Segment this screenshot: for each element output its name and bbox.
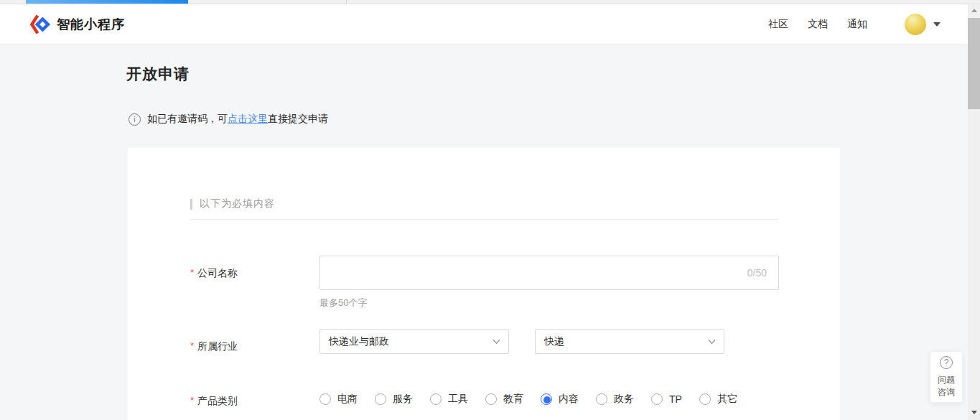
section-divider: [190, 219, 778, 220]
scrollbar-up-icon: [971, 9, 977, 12]
industry-secondary-value: 快递: [544, 335, 564, 347]
radio-option-tools[interactable]: 工具: [430, 393, 468, 406]
company-name-label: *公司名称: [190, 267, 238, 280]
scrollbar-up-button[interactable]: [968, 4, 980, 17]
question-icon: ?: [940, 356, 953, 369]
nav-item-docs[interactable]: 文档: [808, 18, 828, 31]
notice-prefix: 如已有邀请码，可: [147, 113, 228, 126]
category-label: *产品类别: [190, 395, 238, 408]
company-name-input[interactable]: [320, 256, 778, 289]
help-label-line1: 问题: [938, 375, 955, 385]
required-mark: *: [190, 395, 194, 406]
notice-suffix: 直接提交申请: [268, 113, 328, 126]
radio-option-ecommerce[interactable]: 电商: [319, 393, 358, 406]
help-consult-label: 问题 咨询: [938, 374, 955, 398]
radio-option-other[interactable]: 其它: [699, 393, 737, 406]
radio-label: 其它: [717, 393, 737, 406]
chevron-down-icon: [493, 339, 500, 345]
required-mark: *: [190, 267, 194, 278]
nav-item-community[interactable]: 社区: [768, 18, 788, 31]
company-name-input-wrap: 0/50: [319, 256, 779, 290]
vertical-scrollbar: [968, 4, 980, 420]
radio-option-content-selected[interactable]: 内容: [541, 393, 579, 406]
industry-primary-value: 快递业与邮政: [329, 335, 389, 347]
radio-option-government[interactable]: 政务: [596, 393, 634, 406]
radio-icon: [375, 393, 386, 405]
caret-down-icon[interactable]: [933, 22, 941, 27]
industry-label: *所属行业: [190, 340, 238, 353]
section-title: 以下为必填内容: [200, 197, 275, 210]
nav-item-notifications[interactable]: 通知: [847, 18, 867, 31]
radio-label: 电商: [337, 393, 358, 406]
industry-secondary-select[interactable]: 快递: [535, 329, 724, 354]
section-marker-bar: [190, 199, 192, 210]
brand-name: 智能小程序: [57, 16, 125, 33]
category-radio-group: 电商 服务 工具 教育 内容 政务 TP 其它: [319, 393, 755, 406]
help-consult-button[interactable]: ? 问题 咨询: [930, 351, 963, 403]
company-name-label-text: 公司名称: [197, 267, 238, 279]
app-header: 智能小程序 社区 文档 通知: [0, 4, 980, 45]
company-name-hint: 最多50个字: [319, 297, 367, 309]
category-label-text: 产品类别: [197, 395, 238, 406]
chevron-down-icon: [708, 339, 716, 345]
scrollbar-thumb[interactable]: [968, 18, 980, 109]
industry-primary-select[interactable]: 快递业与邮政: [319, 329, 509, 354]
brand-logo-icon: [29, 14, 50, 35]
browser-tab-divider: [346, 0, 347, 4]
radio-option-tp[interactable]: TP: [651, 393, 682, 405]
radio-icon: [699, 393, 711, 405]
info-icon: i: [129, 113, 141, 126]
section-header: 以下为必填内容: [190, 197, 275, 210]
radio-label: 政务: [614, 393, 634, 406]
scrollbar-down-button[interactable]: [968, 406, 980, 419]
header-nav: 社区 文档 通知: [768, 18, 867, 31]
page-loading-progress-bar: [26, 0, 188, 4]
notice-link[interactable]: 点击这里: [228, 113, 268, 126]
radio-icon: [319, 393, 331, 405]
radio-label: 内容: [559, 393, 579, 406]
radio-option-service[interactable]: 服务: [375, 393, 413, 406]
radio-label: 教育: [503, 393, 523, 406]
radio-icon: [651, 393, 663, 405]
scrollbar-down-icon: [971, 411, 977, 414]
avatar[interactable]: [905, 14, 926, 35]
radio-icon: [485, 393, 497, 405]
help-label-line2: 咨询: [938, 387, 955, 397]
radio-option-education[interactable]: 教育: [485, 393, 523, 406]
radio-label: TP: [669, 393, 682, 405]
radio-icon: [430, 393, 442, 405]
application-form-card: 以下为必填内容 *公司名称 0/50 最多50个字 *所属行业 快递业与邮政 快…: [128, 148, 840, 420]
radio-icon: [596, 393, 607, 405]
page-title: 开放申请: [126, 64, 190, 84]
radio-label: 服务: [393, 393, 413, 406]
char-counter: 0/50: [747, 267, 767, 279]
required-mark: *: [190, 340, 194, 351]
radio-icon-checked: [541, 393, 552, 405]
invite-code-notice: i 如已有邀请码，可点击这里直接提交申请: [129, 113, 328, 126]
industry-label-text: 所属行业: [197, 340, 238, 352]
radio-label: 工具: [448, 393, 468, 406]
brand-home-link[interactable]: 智能小程序: [29, 14, 125, 35]
